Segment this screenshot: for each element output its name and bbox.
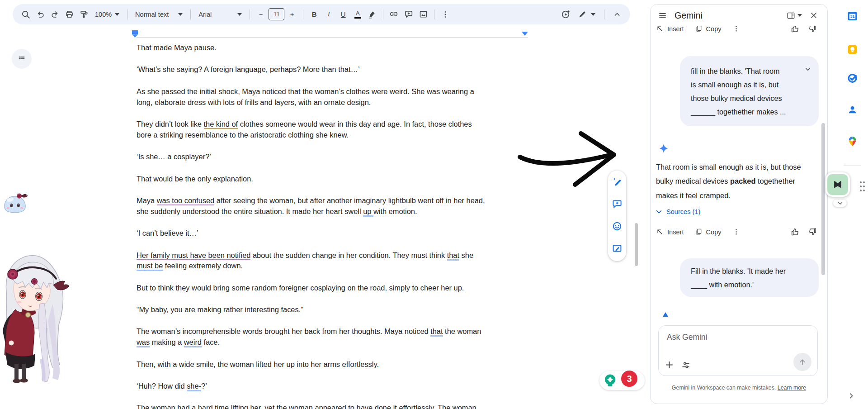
increase-font-size-button[interactable]: +	[285, 8, 299, 21]
gemini-input[interactable]: Ask Gemini	[667, 333, 707, 342]
google-tasks-icon[interactable]	[846, 72, 858, 84]
underline-button[interactable]: U	[336, 8, 350, 21]
add-comment-button[interactable]	[402, 8, 415, 21]
add-comment-icon[interactable]	[612, 199, 623, 209]
print-button[interactable]	[62, 8, 76, 21]
paint-format-button[interactable]	[77, 8, 90, 21]
document-scrollbar[interactable]	[635, 223, 638, 266]
document-paragraph[interactable]: Then, with a wide smile, the woman lifte…	[137, 359, 543, 370]
document-paragraph[interactable]: They didn’t look like the kind of clothe…	[137, 119, 543, 141]
document-paragraph[interactable]: As she passed the initial shock, Maya no…	[137, 86, 543, 108]
insert-link-button[interactable]	[387, 8, 401, 21]
side-panel-collapse-button[interactable]	[847, 392, 855, 400]
thumbs-down-icon[interactable]	[808, 26, 817, 33]
document-paragraph[interactable]: The woman’s incomprehensible words broug…	[137, 326, 543, 348]
document-paragraph[interactable]: But to think they would bring some rando…	[137, 283, 543, 294]
copy-icon[interactable]	[695, 228, 703, 236]
document-paragraph[interactable]: That would be the only explanation.	[137, 174, 543, 185]
google-keep-icon[interactable]	[846, 43, 858, 55]
text-segment: Maya	[137, 196, 157, 204]
widget-collapse-button[interactable]	[833, 200, 847, 207]
copy-button[interactable]: Copy	[706, 228, 722, 236]
zoom-select[interactable]: 100%	[91, 8, 123, 21]
document-body[interactable]: That made Maya pause.‘What’s she saying?…	[137, 43, 543, 409]
insert-button[interactable]: Insert	[667, 26, 684, 33]
learn-more-link[interactable]: Learn more	[778, 385, 806, 391]
gemini-panel-scrollbar[interactable]	[821, 123, 825, 275]
sources-toggle[interactable]: Sources (1)	[656, 208, 700, 215]
google-contacts-icon[interactable]	[846, 104, 858, 115]
text-segment: those bulky medical devices	[691, 94, 782, 102]
document-paragraph[interactable]: ‘Huh? How did she-?’	[137, 381, 543, 392]
sources-label: Sources (1)	[666, 208, 700, 215]
italic-button[interactable]: I	[322, 8, 335, 21]
copy-button[interactable]: Copy	[706, 26, 722, 33]
text-segment: feeling extremely down.	[163, 262, 243, 270]
close-icon[interactable]	[809, 11, 818, 20]
text-segment: she-	[187, 382, 201, 391]
text-segment: bore a striking resemblance to the arist…	[137, 131, 349, 139]
document-paragraph[interactable]: Her family must have been notified about…	[137, 250, 543, 272]
text-segment: The woman’s incomprehensible words broug…	[137, 327, 430, 335]
text-segment: ‘Huh? How did	[137, 382, 187, 390]
document-paragraph[interactable]: Maya was too confused after seeing the w…	[137, 195, 543, 217]
document-paragraph[interactable]: ‘What’s she saying? A foreign language, …	[137, 64, 543, 75]
user-message-bubble: fill in the blanks. 'That roomis small e…	[680, 56, 819, 126]
zoom-value: 100%	[95, 11, 112, 18]
document-outline-button[interactable]	[12, 49, 32, 69]
insert-arrow-icon[interactable]	[656, 228, 664, 236]
text-color-button[interactable]: A	[351, 8, 364, 21]
search-icon[interactable]	[19, 8, 33, 21]
motion-sparkle-icon[interactable]	[559, 8, 572, 21]
send-arrow-icon	[798, 357, 807, 366]
redo-button[interactable]	[48, 8, 61, 21]
insert-arrow-icon[interactable]	[656, 26, 664, 33]
insert-image-button[interactable]	[416, 8, 430, 21]
insert-button[interactable]: Insert	[667, 228, 684, 236]
document-paragraph[interactable]: “My baby, you are making rather interest…	[137, 304, 543, 315]
caret-down-icon[interactable]	[797, 14, 802, 17]
decrease-font-size-button[interactable]: −	[254, 8, 268, 21]
document-paragraph[interactable]: ‘I can’t believe it…’	[137, 228, 543, 239]
toolbar-divider	[127, 10, 127, 19]
undo-button[interactable]	[33, 8, 47, 21]
menu-icon[interactable]	[658, 11, 667, 20]
thumbs-up-icon[interactable]	[790, 227, 800, 237]
bold-button[interactable]: B	[307, 8, 321, 21]
copy-icon[interactable]	[695, 26, 703, 33]
more-options-icon[interactable]	[732, 26, 740, 33]
add-icon[interactable]	[664, 360, 675, 370]
text-segment: after seeing the woman, but after anothe…	[214, 196, 485, 204]
document-paragraph[interactable]: ‘Is she… a cosplayer?’	[137, 152, 543, 162]
tune-icon[interactable]	[681, 360, 691, 370]
google-calendar-icon[interactable]: 31	[846, 10, 858, 22]
grammar-extension-badge[interactable]: 3	[599, 371, 645, 390]
font-select[interactable]: Arial	[195, 8, 245, 21]
image-feedback-icon[interactable]	[612, 243, 623, 254]
drag-handle-dots[interactable]	[859, 180, 865, 195]
more-options-icon[interactable]	[732, 228, 740, 236]
emoji-reaction-icon[interactable]	[612, 221, 623, 232]
hide-menus-button[interactable]	[610, 8, 624, 21]
toolbar-divider	[190, 10, 191, 19]
thumbs-down-icon[interactable]	[808, 227, 817, 237]
side-panel-layout-icon[interactable]	[786, 11, 796, 20]
extension-widget[interactable]	[826, 172, 850, 197]
styles-select[interactable]: Normal text	[132, 8, 186, 21]
editing-mode-button[interactable]	[575, 8, 598, 21]
send-button[interactable]	[793, 353, 811, 371]
text-segment: ‘What’s she saying? A foreign language, …	[137, 65, 360, 73]
user-message-text: fill in the blanks. 'That roomis small e…	[691, 64, 794, 119]
document-paragraph[interactable]: That made Maya pause.	[137, 43, 543, 53]
font-size-input[interactable]: 11	[269, 8, 284, 20]
text-segment: ?’	[201, 382, 207, 390]
caret-down-icon	[591, 13, 595, 16]
thumbs-up-icon[interactable]	[790, 26, 800, 33]
expand-message-chevron-icon[interactable]	[804, 65, 812, 73]
document-paragraph[interactable]: The woman had a hard time lifting her, y…	[137, 403, 543, 409]
google-maps-icon[interactable]	[846, 135, 858, 147]
text-segment: That made Maya pause.	[137, 43, 217, 52]
text-segment: long, elaborate dress with lots of frill…	[137, 98, 371, 106]
more-options-button[interactable]	[439, 8, 452, 21]
highlight-color-button[interactable]	[365, 8, 379, 21]
